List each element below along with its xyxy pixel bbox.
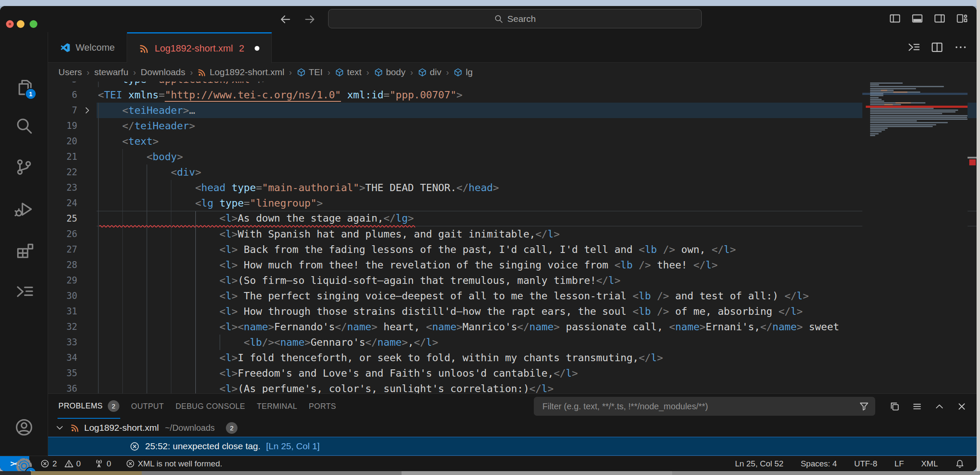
code-editor[interactable]: 5 type="application/xml"?>6<TEI xmlns="h… — [48, 82, 977, 393]
code-line-20[interactable]: 20 <text> — [48, 134, 977, 149]
code-content[interactable]: <l> The perfect singing voice—deepest of… — [97, 288, 977, 304]
code-line-19[interactable]: 19 </teiHeader> — [48, 118, 977, 134]
code-line-24[interactable]: 24 <lg type="linegroup"> — [48, 195, 977, 211]
indentation-item[interactable]: Spaces: 4 — [800, 459, 837, 469]
split-editor-icon[interactable] — [931, 41, 943, 54]
problems-filter-input[interactable]: Filter (e.g. text, **/*.ts, !**/node_mod… — [534, 397, 875, 416]
code-line-30[interactable]: 30 <l> The perfect singing voice—deepest… — [48, 288, 977, 304]
xml-tools-action-icon[interactable] — [907, 41, 920, 54]
code-line-34[interactable]: 34 <l>I fold thenceforth, or seek to fol… — [48, 350, 977, 365]
encoding-item[interactable]: UTF-8 — [854, 459, 877, 469]
code-content[interactable]: <div> — [97, 164, 977, 180]
breadcrumb-item-lg[interactable]: lg — [453, 67, 472, 77]
code-content[interactable]: <l><name>Fernando's</name> heart, <name>… — [97, 319, 977, 335]
activity-bar-run-debug[interactable] — [15, 200, 33, 219]
code-line-21[interactable]: 21 <body> — [48, 149, 977, 164]
breadcrumb-item-body[interactable]: body — [374, 67, 406, 77]
more-actions-icon[interactable] — [954, 41, 967, 54]
code-line-29[interactable]: 29 <l>(So firm—so liquid-soft—again that… — [48, 273, 977, 288]
problems-status-item[interactable]: 2 0 — [40, 459, 81, 469]
activity-bar-extensions[interactable] — [15, 241, 33, 260]
panel-tab-output[interactable]: OUTPUT — [130, 394, 164, 419]
problems-file-row[interactable]: Log1892-short.xml ~/Downloads 2 — [48, 419, 977, 437]
code-line-5[interactable]: 5 type="application/xml"?> — [48, 82, 977, 87]
navigate-forward-button[interactable] — [303, 12, 317, 27]
command-center-search[interactable]: Search — [328, 9, 702, 28]
code-line-22[interactable]: 22 <div> — [48, 164, 977, 180]
code-line-36[interactable]: 36 <l>(As perfume's, color's, sunlight's… — [48, 381, 977, 393]
code-content[interactable]: <text> — [97, 134, 977, 149]
activity-bar-settings[interactable]: 1 — [15, 457, 33, 471]
toggle-secondary-sidebar-icon[interactable] — [934, 12, 946, 24]
code-content[interactable]: <l>With Spanish hat and plumes, and gait… — [97, 226, 977, 242]
code-content[interactable]: <l> How much from thee! the revelation o… — [97, 257, 977, 273]
code-content[interactable]: <body> — [97, 149, 977, 164]
activity-bar-source-control[interactable] — [15, 158, 33, 177]
panel-tab-debug-console[interactable]: DEBUG CONSOLE — [175, 394, 246, 419]
code-content[interactable]: <TEI xmlns="http://www.tei-c.org/ns/1.0"… — [97, 87, 977, 103]
code-content[interactable]: <l> Back from the fading lessons of the … — [97, 242, 977, 257]
breadcrumb-item-users[interactable]: Users — [58, 67, 82, 77]
chevron-down-icon[interactable] — [55, 423, 64, 432]
cursor-position-item[interactable]: Ln 25, Col 52 — [735, 459, 783, 469]
tab-welcome[interactable]: Welcome — [48, 32, 127, 63]
minimap[interactable] — [862, 82, 968, 393]
fold-chevron-icon[interactable] — [77, 103, 97, 118]
code-line-26[interactable]: 26 <l>With Spanish hat and plumes, and g… — [48, 226, 977, 242]
view-as-table-icon[interactable] — [889, 401, 900, 412]
activity-bar-accounts[interactable] — [15, 418, 33, 437]
code-line-31[interactable]: 31 <l> How through those strains distill… — [48, 304, 977, 319]
problem-row-selected[interactable]: 25:52: unexpected close tag. [Ln 25, Col… — [48, 437, 977, 456]
breadcrumb-item-tei[interactable]: TEI — [297, 67, 323, 77]
close-window-button[interactable] — [6, 20, 14, 28]
maximize-panel-icon[interactable] — [934, 401, 945, 412]
code-content[interactable]: <l>I fold thenceforth, or seek to fold, … — [97, 350, 977, 365]
code-content[interactable]: <l>(As perfume's, color's, sunlight's co… — [97, 381, 977, 393]
toggle-primary-sidebar-icon[interactable] — [889, 12, 901, 24]
close-panel-icon[interactable] — [956, 401, 967, 412]
breadcrumb-item-log1892-short-xml[interactable]: Log1892-short.xml — [198, 67, 284, 77]
panel-tab-problems[interactable]: PROBLEMS 2 — [58, 394, 120, 419]
overview-ruler[interactable] — [968, 82, 977, 393]
unsaved-changes-dot[interactable] — [255, 46, 259, 51]
code-line-35[interactable]: 35 <l>Freedom's and Love's and Faith's u… — [48, 365, 977, 381]
activity-bar-search[interactable] — [15, 116, 33, 135]
code-content[interactable]: <lb/><name>Gennaro's</name>,</l> — [97, 335, 977, 350]
code-content[interactable]: <l>As down the stage again,</lg> — [97, 211, 977, 226]
code-line-25[interactable]: 25 <l>As down the stage again,</lg> — [48, 211, 977, 226]
code-content[interactable]: type="application/xml"?> — [97, 82, 977, 87]
code-line-23[interactable]: 23 <head type="main-authorial">THE DEAD … — [48, 180, 977, 195]
breadcrumb-item-text[interactable]: text — [335, 67, 362, 77]
code-content[interactable]: <l> How through those strains distill'd—… — [97, 304, 977, 319]
activity-bar-explorer[interactable]: 1 — [15, 78, 33, 97]
breadcrumb-item-downloads[interactable]: Downloads — [141, 67, 186, 77]
ports-status-item[interactable]: 0 — [94, 459, 111, 469]
code-line-28[interactable]: 28 <l> How much from thee! the revelatio… — [48, 257, 977, 273]
collapse-all-icon[interactable] — [912, 401, 922, 412]
code-content[interactable]: <lg type="linegroup"> — [97, 195, 977, 211]
breadcrumb-item-stewarfu[interactable]: stewarfu — [94, 67, 128, 77]
tab-log1892-short-xml[interactable]: Log1892-short.xml 2 — [127, 32, 271, 63]
language-mode-item[interactable]: XML — [921, 459, 938, 469]
navigate-back-button[interactable] — [278, 12, 292, 27]
filter-icon[interactable] — [859, 401, 869, 411]
code-line-32[interactable]: 32 <l><name>Fernando's</name> heart, <na… — [48, 319, 977, 335]
eol-item[interactable]: LF — [895, 459, 904, 469]
code-line-27[interactable]: 27 <l> Back from the fading lessons of t… — [48, 242, 977, 257]
minimize-window-button[interactable] — [17, 20, 24, 28]
code-content[interactable]: <l>Freedom's and Love's and Faith's unlo… — [97, 365, 977, 381]
code-line-6[interactable]: 6<TEI xmlns="http://www.tei-c.org/ns/1.0… — [48, 87, 977, 103]
panel-tab-ports[interactable]: PORTS — [308, 394, 337, 419]
code-line-7[interactable]: 7 <teiHeader>… — [48, 103, 977, 118]
code-line-33[interactable]: 33 <lb/><name>Gennaro's</name>,</l> — [48, 335, 977, 350]
panel-tab-terminal[interactable]: TERMINAL — [256, 394, 298, 419]
breadcrumb-item-div[interactable]: div — [418, 67, 441, 77]
code-content[interactable]: </teiHeader> — [97, 118, 977, 134]
activity-bar-xml-tools[interactable] — [15, 282, 33, 301]
toggle-panel-icon[interactable] — [911, 12, 923, 24]
customize-layout-icon[interactable] — [956, 12, 968, 24]
notifications-bell-icon[interactable] — [955, 459, 965, 469]
code-content[interactable]: <teiHeader>… — [97, 103, 977, 118]
xml-validation-status[interactable]: XML is not well formed. — [126, 459, 222, 469]
code-content[interactable]: <l>(So firm—so liquid-soft—again that tr… — [97, 273, 977, 288]
